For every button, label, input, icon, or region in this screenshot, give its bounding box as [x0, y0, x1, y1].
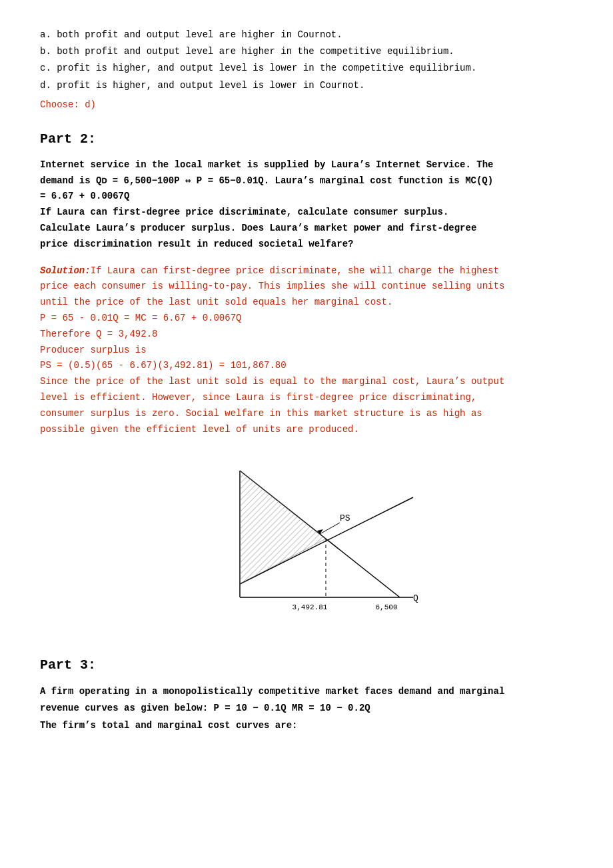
q-line4: If Laura can first-degree price discrimi…	[40, 205, 573, 221]
part3-section: Part 3: A firm operating in a monopolist…	[40, 657, 573, 734]
q-axis-label: Q	[413, 593, 418, 603]
solution-line2: price each consumer is willing-to-pay. T…	[40, 279, 573, 295]
solution-eq1: P = 65 - 0.01Q = MC = 6.67 + 0.0067Q	[40, 311, 573, 327]
ps-label: PS	[340, 513, 350, 523]
solution-line6: level is efficient. However, since Laura…	[40, 390, 573, 406]
choose-answer: Choose: d)	[40, 99, 573, 110]
part2-section: Part 2: Internet service in the local ma…	[40, 131, 573, 631]
option-a: a. both profit and output level are high…	[40, 27, 573, 43]
solution-label: Solution:	[40, 265, 91, 276]
q-line6: price discrimination result in reduced s…	[40, 237, 573, 253]
q1-label: 3,492.81	[293, 603, 328, 611]
part3-line2: revenue curves as given below: P = 10 − …	[40, 700, 573, 717]
solution-line7: consumer surplus is zero. Social welfare…	[40, 406, 573, 422]
q2-label: 6,500	[375, 603, 397, 611]
option-c: c. profit is higher, and output level is…	[40, 60, 573, 77]
part2-heading: Part 2:	[40, 131, 573, 147]
part3-line3: The firm’s total and marginal cost curve…	[40, 717, 573, 734]
options-block: a. both profit and output level are high…	[40, 27, 573, 94]
q-line1: Internet service in the local market is …	[40, 157, 573, 173]
q-line3: = 6.67 + 0.0067Q	[40, 189, 573, 205]
option-b: b. both profit and output level are high…	[40, 43, 573, 60]
solution-line8: possible given the efficient level of un…	[40, 422, 573, 438]
option-d: d. profit is higher, and output level is…	[40, 77, 573, 94]
q-line5: Calculate Laura’s producer surplus. Does…	[40, 221, 573, 237]
part3-line1: A firm operating in a monopolistically c…	[40, 683, 573, 700]
solution-line5: Since the price of the last unit sold is…	[40, 374, 573, 390]
solution-line3: until the price of the last unit sold eq…	[40, 295, 573, 311]
solution-eq2: Therefore Q = 3,492.8	[40, 327, 573, 343]
part3-text: A firm operating in a monopolistically c…	[40, 683, 573, 734]
part2-question: Internet service in the local market is …	[40, 157, 573, 253]
svg-marker-6	[240, 471, 326, 584]
q-line2: demand is Qᴅ = 6,500−100P ⇔ P = 65−0.01Q…	[40, 173, 573, 189]
part3-heading: Part 3:	[40, 657, 573, 673]
solution-ps: PS = (0.5)(65 - 6.67)(3,492.81) = 101,86…	[40, 358, 573, 374]
diagram-container: PS 3,492.81 6,500 Q	[40, 457, 573, 631]
solution-line4: Producer surplus is	[40, 343, 573, 359]
supply-demand-diagram: PS 3,492.81 6,500 Q	[187, 457, 426, 631]
solution-block: Solution:If Laura can first-degree price…	[40, 263, 573, 438]
solution-intro: If Laura can first-degree price discrimi…	[91, 265, 499, 276]
svg-line-8	[320, 523, 340, 534]
solution-first-line: Solution:If Laura can first-degree price…	[40, 263, 573, 279]
